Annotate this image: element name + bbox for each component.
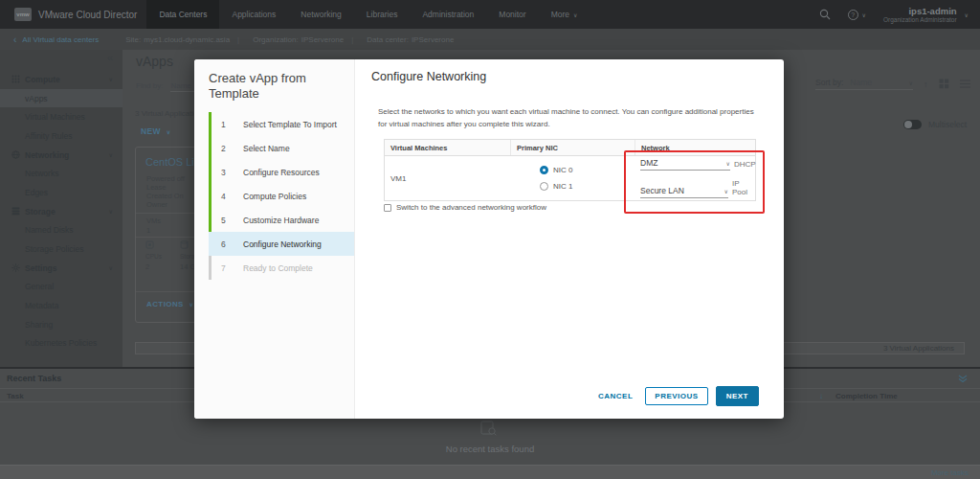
- vmware-logo: vmw: [14, 8, 32, 21]
- vapp-lease-label: Lease: [146, 183, 185, 192]
- sidebar-item-storage-policies[interactable]: Storage Policies: [0, 240, 122, 259]
- sidebar-section-compute[interactable]: Compute ∨: [0, 70, 122, 89]
- org-label: Organization:: [253, 35, 299, 44]
- checkbox-icon[interactable]: [384, 204, 391, 212]
- user-menu[interactable]: ips1-admin Organization Administrator: [883, 6, 957, 23]
- step-select-name[interactable]: 2 Select Name: [209, 136, 354, 160]
- tasks-footer: More tasks: [0, 465, 980, 479]
- annotation-highlight-box: [624, 150, 765, 214]
- back-chevron-icon: ‹: [13, 34, 16, 45]
- collapse-sidebar-icon[interactable]: «: [107, 52, 113, 63]
- sidebar-section-settings[interactable]: Settings ∨: [0, 259, 122, 278]
- site-value: mys1.cloud-dynamic.asia: [144, 35, 230, 44]
- empty-tasks-message: No recent tasks found: [0, 444, 980, 454]
- next-button[interactable]: NEXT: [716, 386, 759, 406]
- chevron-down-icon: ∨: [109, 76, 113, 82]
- nav-more[interactable]: More ∨: [539, 0, 590, 29]
- nav-networking[interactable]: Networking: [288, 0, 354, 29]
- nav-monitor[interactable]: Monitor: [486, 0, 538, 29]
- gear-icon: [11, 263, 20, 272]
- search-icon[interactable]: [819, 9, 831, 20]
- card-view-icon[interactable]: [939, 79, 949, 89]
- step-number: 7: [221, 263, 226, 273]
- new-button[interactable]: NEW ∨: [141, 126, 171, 136]
- globe-icon: [11, 150, 20, 159]
- step-label: Select Name: [243, 144, 290, 153]
- sidebar-section-label: Compute: [25, 75, 60, 84]
- chevron-down-icon: ∨: [189, 302, 193, 308]
- col-primary-nic: Primary NIC: [510, 140, 635, 155]
- find-by-label: Find by:: [136, 81, 163, 92]
- step-label: Ready to Complete: [243, 263, 313, 273]
- sidebar-section-networking[interactable]: Networking ∨: [0, 146, 122, 165]
- step-label: Configure Networking: [243, 240, 322, 249]
- step-customize-hardware[interactable]: 5 Customize Hardware: [209, 208, 354, 232]
- step-configure-networking[interactable]: 6 Configure Networking: [209, 232, 354, 256]
- sort-controls: Sort by: Name ∨ ↑: [815, 78, 970, 90]
- sidebar-item-virtual-machines[interactable]: Virtual Machines: [0, 107, 122, 126]
- cpu-stat: CPUs 2: [145, 240, 162, 271]
- sidebar-item-named-disks[interactable]: Named Disks: [0, 221, 122, 240]
- step-select-template[interactable]: 1 Select Template To Import: [209, 112, 354, 136]
- previous-button[interactable]: PREVIOUS: [645, 387, 707, 405]
- sidebar-item-vapps[interactable]: vApps: [0, 89, 122, 108]
- chevron-down-icon: ∨: [965, 11, 969, 18]
- back-link[interactable]: ‹ All Virtual data centers: [13, 34, 99, 45]
- chevron-down-icon: ∨: [109, 208, 113, 215]
- sidebar-item-edges[interactable]: Edges: [0, 183, 122, 202]
- sidebar-item-metadata[interactable]: Metadata: [0, 296, 122, 315]
- multiselect-control: Multiselect: [903, 120, 967, 129]
- task-column-header: Task: [7, 392, 24, 400]
- nav-data-centers[interactable]: Data Centers: [146, 0, 219, 29]
- nic1-label: NIC 1: [553, 182, 572, 191]
- nic1-radio-option[interactable]: NIC 1: [540, 182, 635, 191]
- modal-title: Create vApp from Template: [209, 71, 338, 102]
- radio-unselected-icon[interactable]: [540, 182, 548, 191]
- wizard-content: Configure Networking Select the networks…: [355, 59, 784, 419]
- radio-selected-icon[interactable]: [540, 166, 548, 174]
- advanced-networking-checkbox[interactable]: Switch to the advanced networking workfl…: [384, 203, 546, 212]
- nic0-radio-option[interactable]: NIC 0: [540, 166, 635, 174]
- chevron-down-icon: ∨: [109, 151, 113, 158]
- collapse-tasks-icon[interactable]: [958, 375, 968, 383]
- separator: |: [351, 35, 353, 44]
- actions-label: ACTIONS: [146, 300, 184, 308]
- sidebar-item-kubernetes-policies[interactable]: Kubernetes Policies: [0, 334, 122, 354]
- nav-applications[interactable]: Applications: [219, 0, 288, 29]
- separator: |: [237, 35, 239, 44]
- more-tasks-link[interactable]: More tasks: [931, 468, 969, 477]
- sidebar-section-label: Storage: [25, 207, 56, 217]
- sidebar-nav: Compute ∨ vApps Virtual Machines Affinit…: [0, 70, 122, 353]
- footer-count: 3 Virtual Applications: [883, 344, 954, 353]
- actions-button[interactable]: ACTIONS ∨: [146, 300, 193, 308]
- wizard-buttons: CANCEL PREVIOUS NEXT: [591, 386, 759, 406]
- step-ready-to-complete[interactable]: 7 Ready to Complete: [209, 256, 354, 280]
- list-view-icon[interactable]: [960, 80, 970, 88]
- primary-nic-cell: NIC 0 NIC 1: [510, 156, 635, 200]
- sort-direction-icon[interactable]: ↑: [924, 80, 928, 89]
- cancel-button[interactable]: CANCEL: [591, 388, 639, 404]
- sidebar: « Compute ∨ vApps Virtual Machines Affin…: [0, 50, 122, 367]
- sidebar-item-affinity-rules[interactable]: Affinity Rules: [0, 126, 122, 146]
- sidebar-item-general[interactable]: General: [0, 278, 122, 297]
- completion-time-column-header[interactable]: ↓ Completion Time: [819, 392, 898, 400]
- sidebar-section-storage[interactable]: Storage ∨: [0, 202, 122, 221]
- step-configure-resources[interactable]: 3 Configure Resources: [209, 160, 354, 184]
- nav-libraries[interactable]: Libraries: [354, 0, 411, 29]
- sidebar-item-sharing[interactable]: Sharing: [0, 315, 122, 334]
- sidebar-item-networks[interactable]: Networks: [0, 164, 122, 183]
- help-icon[interactable]: ? ∨: [848, 10, 866, 20]
- nav-administration[interactable]: Administration: [410, 0, 486, 29]
- step-number: 4: [221, 192, 226, 201]
- recent-tasks-title: Recent Tasks: [7, 374, 61, 383]
- wizard-step-description: Select the networks to which you want ea…: [378, 105, 755, 130]
- vapp-owner-label: Owner: [146, 200, 185, 209]
- multiselect-toggle[interactable]: [903, 120, 922, 129]
- vapp-card-meta: Powered off Lease Created On Owner: [146, 174, 185, 209]
- step-compute-policies[interactable]: 4 Compute Policies: [209, 184, 354, 208]
- chevron-down-icon: ∨: [862, 11, 866, 18]
- vapp-created-label: Created On: [146, 192, 185, 200]
- sort-by-dropdown[interactable]: Sort by: Name ∨: [815, 78, 913, 90]
- breadcrumb: ‹ All Virtual data centers Site: mys1.cl…: [0, 29, 980, 50]
- step-number: 2: [221, 144, 226, 153]
